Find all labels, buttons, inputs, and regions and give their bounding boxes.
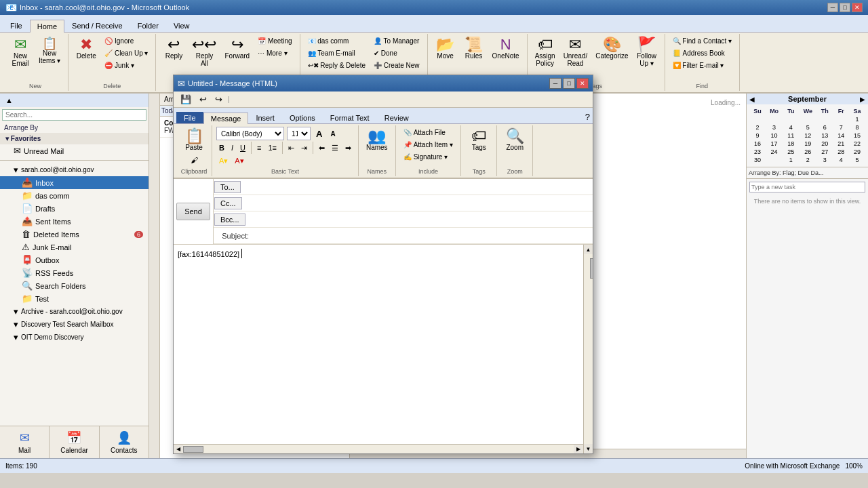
compose-ribbon-tabs: File Message Insert Options Format Text … [174,108,593,124]
format-row-2: B I U ≡ 1≡ ⇤ ⇥ ⬅ ☰ ➡ [216,142,354,154]
paste-area: 📋 Paste 🖌 [180,127,208,165]
qb-redo-button[interactable]: ↪ [212,93,225,106]
paste-icon: 📋 [185,129,203,144]
vscroll-thumb[interactable] [590,258,593,279]
compose-ribbon-tags: 🏷 Tags Tags [461,125,497,176]
to-button[interactable]: To... [214,181,241,193]
compose-editor-container: [fax:16144851022] ◀ ▶ [174,245,583,453]
subject-label: Subject: [214,232,254,240]
compose-tags-button[interactable]: 🏷 Tags [465,127,492,153]
compose-ribbon-include: 📎 Attach File 📌 Attach Item ▾ ✍ Signatur… [396,125,462,176]
compose-tab-review[interactable]: Review [377,112,416,123]
send-button-area: Send [174,179,214,244]
compose-maximize-button[interactable]: □ [563,78,575,89]
to-input[interactable] [241,182,593,192]
font-grow-button[interactable]: A [313,127,325,140]
hscroll-track [183,446,574,453]
to-field-row: To... [214,179,593,195]
compose-quick-bar: 💾 ↩ ↪ | [174,92,593,108]
qb-undo-button[interactable]: ↩ [197,93,210,106]
compose-basic-text-label: Basic Text [271,167,299,175]
font-row: Calibri (Body) 11 A A [216,127,338,140]
compose-ribbon-clipboard-content: 📋 Paste 🖌 [180,127,208,167]
compose-title-left: ✉ Untitled - Message (HTML) [178,79,277,89]
compose-zoom-button[interactable]: 🔍 Zoom [501,127,528,153]
decrease-indent-button[interactable]: ⇤ [285,142,297,154]
send-button[interactable]: Send [176,203,210,220]
cc-field-row: Cc... [214,195,593,211]
align-right-button[interactable]: ➡ [342,142,354,154]
bold-button[interactable]: B [216,142,227,153]
align-left-button[interactable]: ⬅ [316,142,328,154]
compose-tags-icon: 🏷 [471,129,486,144]
compose-address-fields: To... Cc... Bcc... Subject: [214,179,593,244]
compose-clipboard-label: Clipboard [181,167,208,175]
compose-close-button[interactable]: ✕ [576,78,589,89]
paste-button[interactable]: 📋 Paste [180,127,208,153]
compose-body: Send To... Cc... Bcc... [174,179,593,453]
compose-editor-area: [fax:16144851022] ◀ ▶ ▲ [174,245,593,453]
bcc-input[interactable] [246,214,593,225]
compose-include-label: Include [418,167,438,175]
compose-overlay: ✉ Untitled - Message (HTML) ─ □ ✕ 💾 ↩ ↪ … [0,0,868,488]
increase-indent-button[interactable]: ⇥ [298,142,310,154]
bullets-button[interactable]: ≡ [254,142,264,153]
compose-body-text: [fax:16144851022] [178,250,239,258]
compose-tags-label: Tags [472,144,486,151]
names-label: Names [366,144,388,151]
italic-button[interactable]: I [229,142,236,153]
align-center-button[interactable]: ☰ [329,142,341,154]
compose-zoom-label: Zoom [506,144,524,151]
attach-item-button[interactable]: 📌 Attach Item ▾ [400,139,457,150]
font-family-select[interactable]: Calibri (Body) [216,127,284,140]
format-row-3: A▾ A▾ [216,155,247,167]
hscroll-right-button[interactable]: ▶ [574,445,583,453]
compose-help-button[interactable]: ? [583,110,593,123]
compose-editor-wrapper: [fax:16144851022] ◀ ▶ [174,245,583,453]
qb-separator: | [228,96,230,103]
compose-fields-with-send: Send To... Cc... Bcc... [174,179,593,244]
subject-field-row: Subject: [214,228,593,244]
highlight-color-button[interactable]: A▾ [216,155,231,167]
underline-button[interactable]: U [237,142,248,153]
compose-ribbon: 📋 Paste 🖌 Clipboard Calibri (Body) [174,124,593,179]
compose-tab-insert[interactable]: Insert [248,112,282,123]
compose-title-icon: ✉ [178,79,185,89]
names-icon: 👥 [368,129,386,144]
names-button[interactable]: 👥 Names [363,127,391,153]
compose-zoom-group-label: Zoom [507,167,523,175]
signature-button[interactable]: ✍ Signature ▾ [400,151,457,163]
cc-button[interactable]: Cc... [214,197,242,209]
qb-save-button[interactable]: 💾 [178,93,194,106]
subject-input[interactable] [254,230,593,241]
compose-include-content: 📎 Attach File 📌 Attach Item ▾ ✍ Signatur… [400,127,457,167]
compose-editor[interactable]: [fax:16144851022] [174,245,583,444]
font-size-select[interactable]: 11 [287,127,311,140]
bcc-button[interactable]: Bcc... [214,214,245,226]
compose-tab-options[interactable]: Options [282,112,323,123]
cursor [241,249,242,258]
compose-ribbon-zoom: 🔍 Zoom Zoom [497,125,533,176]
fmt-sep-2 [282,142,283,154]
compose-tab-file[interactable]: File [176,112,203,123]
compose-basic-text-content: Calibri (Body) 11 A A B I U ≡ [216,127,354,167]
compose-tags-content: 🏷 Tags [465,127,492,167]
font-shrink-button[interactable]: A [328,129,338,139]
compose-window: ✉ Untitled - Message (HTML) ─ □ ✕ 💾 ↩ ↪ … [173,75,593,454]
hscroll-thumb[interactable] [183,446,203,453]
vscroll-up-button[interactable]: ▲ [584,245,593,254]
vscroll-down-button[interactable]: ▼ [584,444,593,453]
compose-ribbon-names: 👥 Names Names [359,125,396,176]
numbering-button[interactable]: 1≡ [265,142,279,153]
cc-input[interactable] [243,198,593,209]
compose-tab-message[interactable]: Message [203,113,249,124]
compose-minimize-button[interactable]: ─ [549,78,561,89]
format-painter-button[interactable]: 🖌 [188,155,201,165]
compose-tab-format-text[interactable]: Format Text [323,112,377,123]
attach-file-button[interactable]: 📎 Attach File [400,127,457,138]
compose-hscrollbar: ◀ ▶ [174,444,583,453]
font-color-button[interactable]: A▾ [232,155,246,167]
compose-tags-group-label: Tags [473,167,486,175]
compose-title-bar: ✉ Untitled - Message (HTML) ─ □ ✕ [174,75,593,92]
hscroll-left-button[interactable]: ◀ [174,445,183,453]
